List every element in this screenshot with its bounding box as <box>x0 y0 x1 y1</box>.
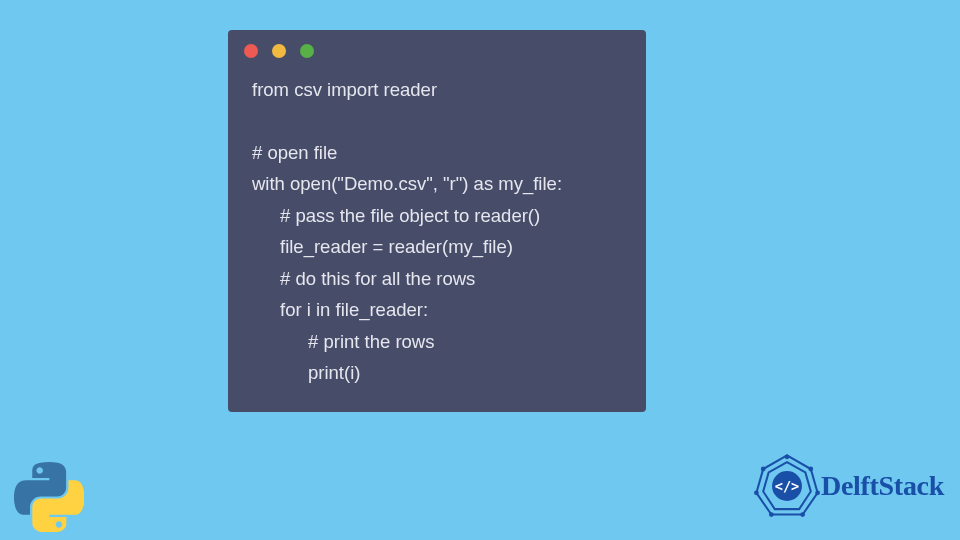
svg-point-10 <box>761 467 766 472</box>
code-line: file_reader = reader(my_file) <box>252 231 622 262</box>
code-line: with open("Demo.csv", "r") as my_file: <box>252 168 622 199</box>
svg-point-8 <box>769 512 774 517</box>
delftstack-logo-icon: </> <box>753 452 821 520</box>
svg-point-7 <box>800 512 805 517</box>
code-line: # open file <box>252 137 622 168</box>
code-line: # print the rows <box>252 326 622 357</box>
close-icon <box>244 44 258 58</box>
code-line <box>252 105 622 136</box>
delftstack-brand-text: DelftStack <box>821 470 944 502</box>
svg-point-4 <box>785 454 790 459</box>
python-logo-icon <box>14 462 84 532</box>
code-line: # pass the file object to reader() <box>252 200 622 231</box>
code-line: # do this for all the rows <box>252 263 622 294</box>
svg-point-6 <box>815 490 820 495</box>
code-line: from csv import reader <box>252 74 622 105</box>
delftstack-brand: </> DelftStack <box>753 452 944 520</box>
code-window: from csv import reader # open filewith o… <box>228 30 646 412</box>
minimize-icon <box>272 44 286 58</box>
window-titlebar <box>228 30 646 68</box>
svg-point-5 <box>808 467 813 472</box>
code-body: from csv import reader # open filewith o… <box>228 68 646 394</box>
maximize-icon <box>300 44 314 58</box>
svg-text:</>: </> <box>775 478 800 494</box>
code-line: for i in file_reader: <box>252 294 622 325</box>
code-line: print(i) <box>252 357 622 388</box>
svg-point-9 <box>754 490 759 495</box>
